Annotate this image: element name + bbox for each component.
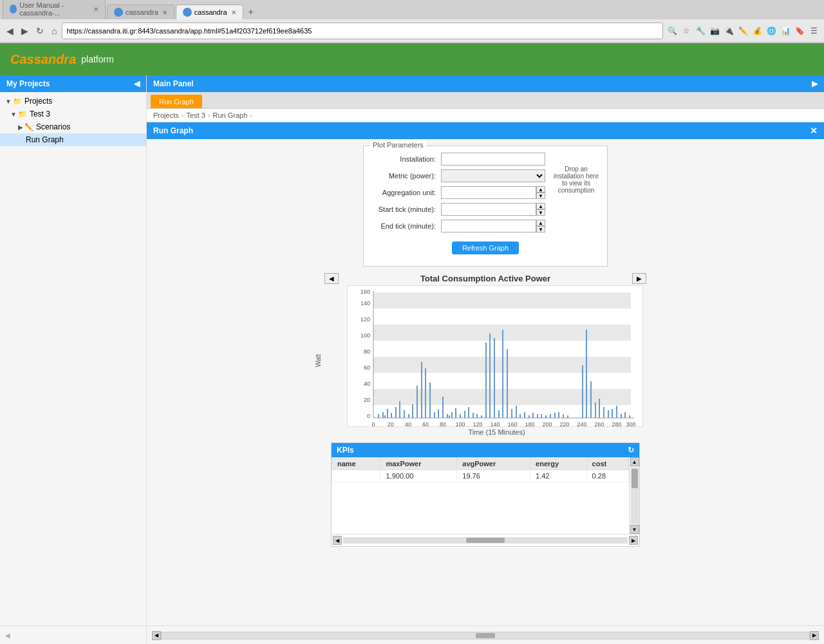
plot-params-inner: Installation: Metric (power): Aggregat bbox=[370, 153, 601, 236]
start-tick-up-btn[interactable]: ▲ bbox=[536, 203, 545, 209]
chart-prev-btn[interactable]: ◀ bbox=[324, 273, 339, 284]
breadcrumb-test3[interactable]: Test 3 bbox=[186, 111, 205, 119]
svg-rect-40 bbox=[421, 362, 422, 418]
search-icon[interactable]: 🔍 bbox=[666, 24, 679, 37]
kpi-scroll-thumb[interactable] bbox=[632, 469, 638, 488]
section-close-icon[interactable]: ✕ bbox=[810, 126, 818, 136]
ext7-icon[interactable]: 📊 bbox=[779, 24, 792, 37]
sidebar-item-run-graph[interactable]: Run Graph bbox=[0, 133, 146, 146]
logo-subtitle: platform bbox=[81, 54, 114, 64]
end-tick-input[interactable] bbox=[441, 220, 536, 232]
kpi-col-maxpower: maxPower bbox=[380, 458, 457, 470]
tab-run-graph[interactable]: Run Graph bbox=[151, 95, 202, 108]
aggregation-up-btn[interactable]: ▲ bbox=[536, 186, 545, 193]
bottom-scroll-right-btn[interactable]: ▶ bbox=[810, 631, 819, 640]
home-button[interactable]: ⌂ bbox=[49, 24, 59, 37]
ext4-icon[interactable]: ✏️ bbox=[736, 24, 749, 37]
start-tick-down-btn[interactable]: ▼ bbox=[536, 209, 545, 216]
refresh-graph-button[interactable]: Refresh Graph bbox=[452, 242, 519, 254]
svg-rect-66 bbox=[529, 415, 530, 418]
breadcrumb-run-graph[interactable]: Run Graph bbox=[212, 111, 247, 119]
kpi-header: KPIs ↻ bbox=[332, 443, 639, 457]
run-graph-label: Run Graph bbox=[26, 135, 64, 144]
svg-rect-42 bbox=[429, 383, 431, 418]
svg-text:220: 220 bbox=[559, 421, 569, 427]
kpi-col-avgpower: avgPower bbox=[457, 458, 530, 470]
ext1-icon[interactable]: 🔧 bbox=[694, 24, 707, 37]
reload-button[interactable]: ↻ bbox=[33, 24, 46, 37]
kpi-hscroll-track bbox=[343, 537, 628, 544]
svg-rect-81 bbox=[603, 407, 604, 418]
breadcrumb: Projects › Test 3 › Run Graph › bbox=[147, 109, 824, 122]
ext2-icon[interactable]: 📷 bbox=[708, 24, 721, 37]
end-tick-up-btn[interactable]: ▲ bbox=[536, 220, 545, 226]
sidebar-bottom-arrow-icon[interactable]: ◀ bbox=[5, 632, 10, 639]
sidebar-item-test3[interactable]: ▼ 📁 Test 3 bbox=[0, 108, 146, 120]
sidebar: My Projects ◀ ▼ 📁 Projects ▼ 📁 Test 3 ▶ … bbox=[0, 75, 147, 644]
svg-text:40: 40 bbox=[405, 421, 411, 427]
bottom-scroll-left-btn[interactable]: ◀ bbox=[152, 631, 161, 640]
browser-chrome: User Manual - cassandra-... ✕ cassandra … bbox=[0, 0, 824, 43]
main-panel-title: Main Panel bbox=[153, 79, 194, 88]
aggregation-row: Aggregation unit: ▲ ▼ bbox=[370, 186, 545, 199]
svg-rect-71 bbox=[550, 414, 551, 418]
svg-text:260: 260 bbox=[594, 421, 604, 427]
svg-rect-48 bbox=[451, 412, 453, 418]
svg-text:60: 60 bbox=[364, 365, 370, 371]
sidebar-item-scenarios[interactable]: ▶ ✏️ Scenarios bbox=[0, 120, 146, 133]
back-button[interactable]: ◀ bbox=[4, 24, 16, 37]
scenarios-label: Scenarios bbox=[36, 122, 70, 131]
forward-button[interactable]: ▶ bbox=[19, 24, 31, 37]
kpi-scroll-down-btn[interactable]: ▼ bbox=[630, 525, 639, 534]
svg-rect-65 bbox=[524, 412, 525, 418]
kpi-scroll-up-btn[interactable]: ▲ bbox=[630, 457, 639, 466]
kpi-refresh-icon[interactable]: ↻ bbox=[628, 446, 634, 455]
svg-rect-60 bbox=[502, 330, 503, 418]
main-panel-collapse-icon[interactable]: ▶ bbox=[812, 79, 818, 88]
menu-icon[interactable]: ☰ bbox=[807, 24, 820, 37]
browser-tab-1[interactable]: User Manual - cassandra-... ✕ bbox=[3, 0, 106, 19]
tab-3-title: cassandra bbox=[194, 8, 227, 16]
svg-rect-87 bbox=[629, 415, 630, 418]
tab-2-close[interactable]: ✕ bbox=[162, 9, 167, 16]
bookmark-icon[interactable]: ☆ bbox=[680, 24, 693, 37]
end-tick-down-btn[interactable]: ▼ bbox=[536, 226, 545, 232]
tab-3-close[interactable]: ✕ bbox=[231, 9, 236, 16]
ext5-icon[interactable]: 💰 bbox=[751, 24, 763, 37]
sidebar-collapse-icon[interactable]: ◀ bbox=[134, 79, 140, 88]
browser-tab-2[interactable]: cassandra ✕ bbox=[107, 5, 174, 19]
aggregation-down-btn[interactable]: ▼ bbox=[536, 193, 545, 199]
breadcrumb-projects[interactable]: Projects bbox=[153, 111, 179, 119]
svg-rect-36 bbox=[404, 410, 405, 418]
bottom-scroll-thumb[interactable] bbox=[476, 633, 495, 638]
new-tab-button[interactable]: + bbox=[245, 4, 258, 19]
aggregation-input[interactable] bbox=[441, 186, 536, 199]
tab-1-favicon bbox=[10, 5, 17, 14]
svg-rect-86 bbox=[624, 412, 626, 418]
kpi-scrollbar[interactable]: ▲ ▼ bbox=[629, 457, 639, 534]
kpi-hscroll-right-btn[interactable]: ▶ bbox=[629, 536, 638, 545]
kpi-hscroll-left-btn[interactable]: ◀ bbox=[333, 536, 342, 545]
start-tick-label: Start tick (minute): bbox=[370, 205, 441, 213]
ext8-icon[interactable]: 🔖 bbox=[793, 24, 806, 37]
svg-rect-44 bbox=[438, 410, 439, 418]
chart-area: ◀ Total Consumption Active Power ▶ Watt … bbox=[324, 273, 646, 436]
svg-text:120: 120 bbox=[360, 316, 370, 323]
tab-1-close[interactable]: ✕ bbox=[93, 6, 98, 13]
projects-label: Projects bbox=[24, 97, 52, 106]
kpi-hscroll-thumb[interactable] bbox=[466, 538, 505, 543]
plot-params-area: Plot Parameters Installation: Metric (po… bbox=[147, 146, 824, 267]
metric-select[interactable] bbox=[441, 169, 545, 182]
installation-input[interactable] bbox=[441, 153, 545, 166]
browser-tab-3[interactable]: cassandra ✕ bbox=[176, 5, 243, 19]
ext3-icon[interactable]: 🔌 bbox=[722, 24, 735, 37]
svg-rect-61 bbox=[507, 349, 508, 418]
start-tick-input[interactable] bbox=[441, 203, 536, 216]
chart-next-btn[interactable]: ▶ bbox=[632, 273, 646, 284]
url-bar[interactable] bbox=[62, 23, 663, 39]
sidebar-item-projects[interactable]: ▼ 📁 Projects bbox=[0, 95, 146, 108]
kpi-col-name: name bbox=[332, 458, 380, 470]
tab-2-favicon bbox=[114, 8, 123, 17]
ext6-icon[interactable]: 🌐 bbox=[765, 24, 778, 37]
kpi-scroll-track bbox=[631, 468, 639, 524]
